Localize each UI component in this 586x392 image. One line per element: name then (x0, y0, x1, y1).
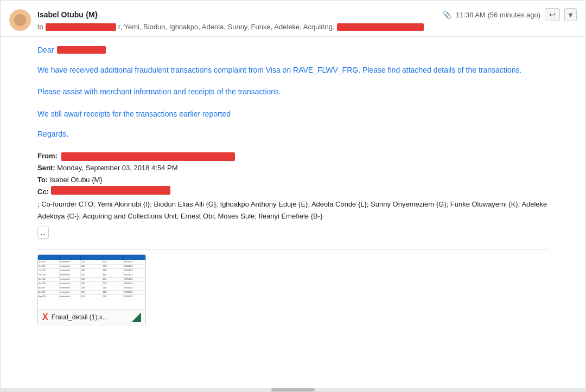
timestamp-area: 📎 11:38 AM (56 minutes ago) ↩ ▾ (442, 8, 577, 21)
more-button[interactable]: ▾ (564, 8, 577, 21)
paperclip-icon: 📎 (442, 10, 451, 19)
cell: 4567 (81, 273, 103, 277)
from-row: From: (37, 150, 549, 162)
thumb-header (38, 255, 145, 260)
cell: 9012 (103, 278, 124, 281)
paragraph-2: Please assist with merchant information … (37, 86, 549, 98)
cell: Jan 2018 (38, 265, 60, 268)
table-row: Feb 2018 merchant text 3456 7890 09/03/2… (38, 269, 145, 273)
h1 (38, 255, 60, 260)
cell: 5678 (81, 278, 103, 281)
h2 (60, 255, 81, 260)
cell: 6789 (103, 265, 124, 268)
table-row: Apr 2018 merchant text 8901 2345 09/08/2… (38, 291, 145, 295)
to-row: to r, Yemi, Biodun, Ighoakpo, Adeola, Su… (37, 23, 577, 31)
attachment-preview: Jan 2018 merchant text 1234 5678 09/01/2… (38, 255, 145, 309)
email-panel: Isabel Otubu {M} 📎 11:38 AM (56 minutes … (0, 0, 586, 392)
cell: 09/02/2018 (124, 265, 145, 268)
to-recipients: r, Yemi, Biodun, Ighoakpo, Adeola, Sunny… (118, 23, 335, 31)
cc-label: Cc: (37, 186, 49, 198)
scroll-bar-area (1, 388, 585, 391)
email-header: Isabel Otubu {M} 📎 11:38 AM (56 minutes … (1, 1, 585, 37)
table-row: Feb 2018 merchant text 4567 8901 09/04/2… (38, 273, 145, 278)
paragraph-1: We have received additional fraudulent t… (37, 64, 549, 76)
to-field-value: Isabel Otubu {M} (50, 176, 103, 184)
dear-line: Dear (37, 46, 549, 54)
cell: 1234 (103, 286, 124, 290)
cell: merchant text (60, 291, 81, 294)
thumb-table: Jan 2018 merchant text 1234 5678 09/01/2… (38, 255, 145, 309)
attachment-footer: X Fraud_detail (1).x... (38, 309, 145, 325)
cell: 2345 (81, 265, 103, 268)
cc-row: Cc: ; Co-founder CTO; Yemi Akinnubi {I};… (37, 186, 549, 222)
table-row: Mar 2018 merchant text 5678 9012 09/05/2… (38, 278, 145, 282)
cell: Jan 2018 (38, 260, 60, 264)
cell: 7890 (81, 286, 103, 290)
cell: merchant text (60, 265, 81, 268)
cell: merchant text (60, 273, 81, 277)
cell: 09/05/2018 (124, 278, 145, 281)
reply-button[interactable]: ↩ (545, 8, 560, 21)
cell: 0123 (103, 282, 124, 286)
cc-redacted (51, 186, 170, 195)
cell: May 2018 (38, 295, 60, 299)
cell: 3456 (81, 269, 103, 273)
cell: merchant text (60, 282, 81, 286)
cell: 09/03/2018 (124, 269, 145, 273)
avatar (9, 9, 31, 31)
cell: 09/01/2018 (124, 260, 145, 264)
cell: merchant text (60, 269, 81, 273)
sender-row: Isabel Otubu {M} 📎 11:38 AM (56 minutes … (37, 8, 577, 21)
attachment-thumb[interactable]: Jan 2018 merchant text 1234 5678 09/01/2… (37, 254, 146, 325)
table-row: Mar 2018 merchant text 6789 0123 09/06/2… (38, 282, 145, 286)
to-redacted-2 (337, 23, 424, 31)
cell: 09/07/2018 (124, 286, 145, 290)
cell: 09/04/2018 (124, 273, 145, 277)
cell: Feb 2018 (38, 273, 60, 277)
excel-corner-icon (131, 312, 141, 322)
cell: 3456 (103, 295, 124, 299)
cell: 9012 (81, 295, 103, 299)
sender-name: Isabel Otubu {M} (37, 10, 98, 19)
forward-block: From: Sent: Monday, September 03, 2018 4… (37, 150, 549, 239)
email-body: Dear We have received additional fraudul… (1, 37, 585, 388)
to-label: to (37, 23, 43, 31)
cell: merchant text (60, 278, 81, 281)
paragraph-3: We still await receipts for the transact… (37, 108, 549, 120)
cell: 8901 (81, 291, 103, 294)
table-row: Apr 2018 merchant text 7890 1234 09/07/2… (38, 286, 145, 291)
cell: 09/08/2018 (124, 291, 145, 294)
to-field-label: To: (37, 176, 48, 184)
scrollbar-thumb[interactable] (271, 388, 315, 391)
attachment-name: Fraud_detail (1).x... (52, 313, 128, 321)
h3 (81, 255, 103, 260)
to-redacted-1 (46, 23, 116, 31)
cell: Feb 2018 (38, 269, 60, 273)
cell: Mar 2018 (38, 278, 60, 281)
from-label: From: (37, 152, 58, 160)
h4 (103, 255, 124, 260)
dear-redacted (57, 46, 106, 54)
cell: 1234 (81, 260, 103, 264)
cell: 09/06/2018 (124, 282, 145, 286)
cell: Mar 2018 (38, 282, 60, 286)
expand-button[interactable]: ... (37, 227, 49, 239)
sent-label: Sent: (37, 164, 55, 172)
cell: merchant text (60, 260, 81, 264)
h5 (124, 255, 145, 260)
attachment-area: Jan 2018 merchant text 1234 5678 09/01/2… (37, 249, 549, 327)
table-row: Jan 2018 merchant text 2345 6789 09/02/2… (38, 265, 145, 269)
table-row: May 2018 merchant text 9012 3456 09/09/2… (38, 295, 145, 299)
cell: 5678 (103, 260, 124, 264)
sent-value: Monday, September 03, 2018 4:54 PM (57, 164, 177, 172)
timestamp: 11:38 AM (56 minutes ago) (456, 11, 540, 19)
from-redacted (61, 152, 235, 161)
cell: Apr 2018 (38, 291, 60, 294)
to-field-row: To: Isabel Otubu {M} (37, 174, 549, 186)
excel-x-icon: X (42, 312, 48, 322)
cell: 2345 (103, 291, 124, 294)
cell: merchant text (60, 295, 81, 299)
dear-text: Dear (37, 46, 54, 54)
cell: merchant text (60, 286, 81, 290)
cell: 6789 (81, 282, 103, 286)
